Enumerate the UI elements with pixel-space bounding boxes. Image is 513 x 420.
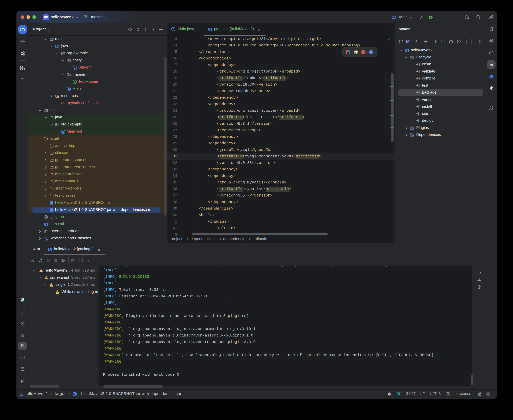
svg-text:m: m [207, 25, 212, 32]
svg-text:m: m [490, 62, 493, 67]
svg-text:</>: </> [61, 101, 66, 105]
svg-text:C: C [172, 28, 174, 31]
svg-text:IJ: IJ [347, 51, 348, 53]
svg-text:C: C [74, 66, 75, 69]
svg-text:I: I [74, 81, 75, 84]
svg-text:?: ? [23, 53, 24, 56]
svg-text:m: m [48, 245, 53, 252]
svg-text:C: C [62, 130, 64, 134]
svg-text:C: C [68, 88, 70, 91]
svg-text:m: m [44, 221, 48, 227]
svg-text:m: m [404, 46, 410, 53]
